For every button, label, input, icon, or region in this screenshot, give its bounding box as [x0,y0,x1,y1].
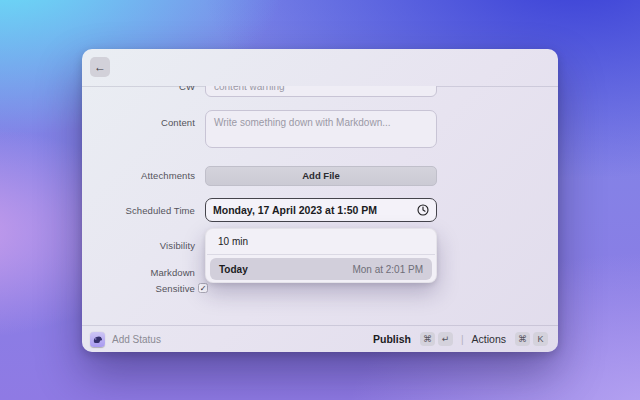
add-status-window: ← CW Content Attechments Add File Schedu… [82,49,558,352]
dropdown-item-10min[interactable]: 10 min [206,229,436,254]
dropdown-item-today[interactable]: Today Mon at 2:01 PM [210,258,432,280]
cw-field-wrap [205,86,437,97]
footer-separator: | [461,334,464,345]
attachments-label: Attechments [82,170,195,181]
cw-input[interactable] [205,86,437,97]
sensitive-label: Sensitive [82,283,195,294]
back-arrow-icon: ← [94,60,106,74]
back-button[interactable]: ← [90,57,110,77]
app-logo-icon [90,332,105,347]
add-file-button[interactable]: Add File [205,166,437,186]
content-label: Content [82,117,195,128]
scheduled-time-value: Monday, 17 April 2023 at 1:50 PM [213,204,377,216]
app-name: Add Status [112,334,161,345]
sensitive-checkbox[interactable]: ✓ [198,283,208,293]
dropdown-divider [207,254,435,255]
command-key-icon: ⌘ [515,332,530,346]
status-form: CW Content Attechments Add File Schedule… [82,86,558,325]
publish-button[interactable]: Publish ⌘ ↵ [373,332,453,346]
actions-button[interactable]: Actions ⌘ K [472,332,548,346]
scheduled-time-input[interactable]: Monday, 17 April 2023 at 1:50 PM [205,198,437,222]
visibility-label: Visibility [82,240,195,251]
content-field-wrap [205,110,437,152]
dropdown-item-detail: Mon at 2:01 PM [352,264,423,275]
attachments-field-wrap: Add File [205,165,437,186]
command-key-icon: ⌘ [420,332,435,346]
return-key-icon: ↵ [438,332,453,346]
publish-label: Publish [373,333,411,345]
k-key-icon: K [533,332,548,346]
footer-actions: Publish ⌘ ↵ | Actions ⌘ K [373,332,548,346]
actions-label: Actions [472,333,506,345]
scheduled-time-label: Scheduled Time [82,205,195,216]
content-textarea[interactable] [205,110,437,148]
desktop-background: ← CW Content Attechments Add File Schedu… [0,0,640,400]
footer-bar: Add Status Publish ⌘ ↵ | Actions ⌘ K [82,326,558,352]
schedule-dropdown: 10 min Today Mon at 2:01 PM [205,228,437,283]
checkmark-icon: ✓ [200,284,207,293]
clock-icon[interactable] [417,204,429,216]
dropdown-item-label: Today [219,264,248,275]
cw-label: CW [82,86,195,92]
markdown-label: Markdown [82,267,195,278]
